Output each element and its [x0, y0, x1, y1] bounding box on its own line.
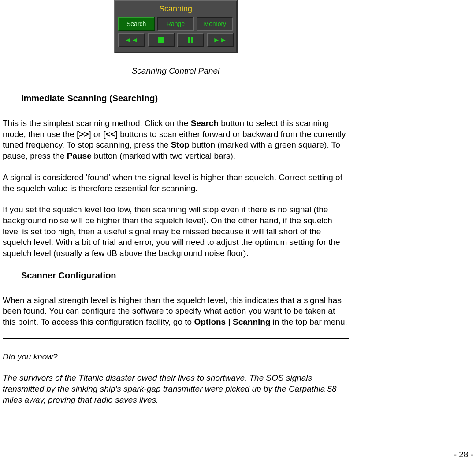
tab-range[interactable]: Range	[157, 17, 194, 31]
figure-caption: Scanning Control Panel	[3, 66, 349, 77]
rewind-icon: ◄◄	[124, 36, 138, 45]
panel-title: Scanning	[118, 4, 234, 14]
stop-button[interactable]	[148, 33, 175, 47]
paragraph: If you set the squelch level too low, th…	[3, 204, 349, 259]
forward-button[interactable]: ►►	[207, 33, 234, 47]
paragraph: When a signal strength level is higher t…	[3, 295, 349, 328]
tab-search[interactable]: Search	[118, 17, 155, 31]
pause-button[interactable]	[177, 33, 204, 47]
page-number: - 28 -	[454, 449, 473, 460]
trivia-text: The survivors of the Titanic disaster ow…	[3, 373, 349, 405]
rewind-button[interactable]: ◄◄	[118, 33, 145, 47]
stop-icon	[158, 37, 164, 43]
divider	[3, 338, 349, 339]
heading-scanner-configuration: Scanner Configuration	[21, 270, 349, 281]
did-you-know-heading: Did you know?	[3, 352, 349, 363]
forward-icon: ►►	[213, 36, 227, 45]
tab-memory[interactable]: Memory	[197, 17, 233, 31]
scanning-panel: Scanning Search Range Memory ◄◄ ►►	[114, 0, 238, 53]
heading-immediate-scanning: Immediate Scanning (Searching)	[21, 93, 349, 104]
pause-icon	[188, 37, 193, 43]
paragraph: This is the simplest scanning method. Cl…	[3, 118, 349, 162]
paragraph: A signal is considered 'found' when the …	[3, 172, 349, 194]
